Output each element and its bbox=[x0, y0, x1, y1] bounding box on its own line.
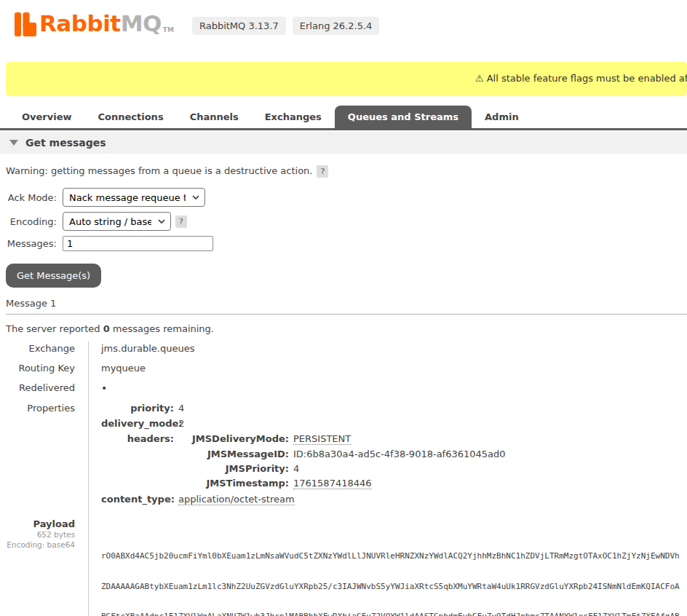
messages-remaining-line: The server reported 0 messages remaining… bbox=[6, 323, 687, 334]
warning-triangle-icon: ⚠ bbox=[475, 73, 484, 84]
redelivered-value: • bbox=[88, 381, 687, 401]
ack-mode-select[interactable]: Nack message requeue true bbox=[63, 188, 205, 207]
rabbitmq-logo[interactable]: RabbitMQ TM bbox=[15, 11, 174, 36]
payload-base64-text: rO0ABXd4AC5jb20ucmFiYml0bXEuam1zLmNsaWVu… bbox=[101, 532, 687, 616]
exchange-value: jms.durable.queues bbox=[88, 341, 687, 361]
message-title: Message 1 bbox=[6, 298, 687, 315]
version-badges: RabbitMQ 3.13.7 Erlang 26.2.5.4 bbox=[192, 17, 379, 35]
tab-connections[interactable]: Connections bbox=[85, 106, 177, 128]
properties-label: Properties bbox=[6, 401, 82, 517]
redelivered-label: Redelivered bbox=[6, 381, 82, 401]
logo-tm: TM bbox=[163, 26, 174, 33]
encoding-select[interactable]: Auto string / base64 bbox=[63, 212, 171, 231]
messages-count-input[interactable] bbox=[63, 236, 213, 251]
encoding-help-button[interactable]: ? bbox=[175, 216, 187, 228]
warning-help-button[interactable]: ? bbox=[317, 165, 328, 178]
chevron-down-icon bbox=[158, 219, 165, 224]
payload-size: 652 bytes bbox=[6, 529, 75, 540]
get-messages-button[interactable]: Get Message(s) bbox=[6, 264, 101, 288]
ack-mode-label: Ack Mode: bbox=[6, 192, 57, 203]
header-row: JMSPriority: 4 bbox=[178, 463, 506, 474]
payload-label-cell: Payload 652 bytes Encoding: base64 bbox=[6, 517, 82, 616]
message-detail-table: Exchange jms.durable.queues Routing Key … bbox=[6, 341, 687, 616]
payload-value-cell: rO0ABXd4AC5jb20ucmFiYml0bXEuam1zLmNsaWVu… bbox=[88, 517, 687, 616]
get-messages-section-header[interactable]: Get messages bbox=[0, 132, 687, 154]
payload-label: Payload bbox=[6, 518, 75, 529]
tab-queues-and-streams[interactable]: Queues and Streams bbox=[335, 106, 472, 128]
rabbitmq-version-badge: RabbitMQ 3.13.7 bbox=[192, 17, 286, 35]
routing-key-label: Routing Key bbox=[6, 361, 82, 381]
chevron-down-icon bbox=[192, 195, 199, 200]
rabbitmq-logo-icon bbox=[15, 12, 36, 36]
properties-value: priority: 4 delivery_mode: 2 headers: JM… bbox=[88, 401, 687, 517]
get-messages-form: Ack Mode: Nack message requeue true Enco… bbox=[6, 188, 687, 288]
feature-flags-warning-text: ⚠All stable feature flags must be enable… bbox=[475, 73, 687, 84]
main-nav-tabs: Overview Connections Channels Exchanges … bbox=[0, 106, 687, 130]
property-row: priority: 4 bbox=[101, 403, 687, 414]
tab-channels[interactable]: Channels bbox=[177, 106, 252, 128]
erlang-version-badge: Erlang 26.2.5.4 bbox=[293, 17, 380, 35]
property-row-content-type: content_type: application/octet-stream bbox=[101, 494, 687, 505]
payload-encoding: Encoding: base64 bbox=[6, 540, 75, 550]
logo-wordmark: RabbitMQ bbox=[39, 11, 162, 36]
collapse-triangle-icon bbox=[9, 140, 18, 146]
section-title: Get messages bbox=[25, 137, 106, 149]
feature-flags-warning-banner: ⚠All stable feature flags must be enable… bbox=[6, 62, 687, 96]
messages-count-label: Messages: bbox=[6, 238, 57, 249]
routing-key-value: myqueue bbox=[88, 361, 687, 381]
tab-exchanges[interactable]: Exchanges bbox=[252, 106, 335, 128]
header-row: JMSTimestamp: 1761587418446 bbox=[178, 478, 506, 489]
property-row-headers: headers: JMSDeliveryMode: PERSISTENT JMS… bbox=[101, 433, 687, 489]
header-row: JMSDeliveryMode: PERSISTENT bbox=[178, 433, 506, 445]
tab-overview[interactable]: Overview bbox=[9, 106, 85, 128]
destructive-warning: Warning: getting messages from a queue i… bbox=[6, 165, 687, 178]
app-header: RabbitMQ TM RabbitMQ 3.13.7 Erlang 26.2.… bbox=[0, 0, 687, 36]
exchange-label: Exchange bbox=[6, 341, 82, 361]
encoding-label: Encoding: bbox=[6, 216, 57, 227]
property-row: delivery_mode: 2 bbox=[101, 418, 687, 429]
tab-admin[interactable]: Admin bbox=[472, 106, 532, 128]
header-row: JMSMessageID: ID:6b8a30a4-ad5c-4f38-9018… bbox=[178, 449, 506, 459]
